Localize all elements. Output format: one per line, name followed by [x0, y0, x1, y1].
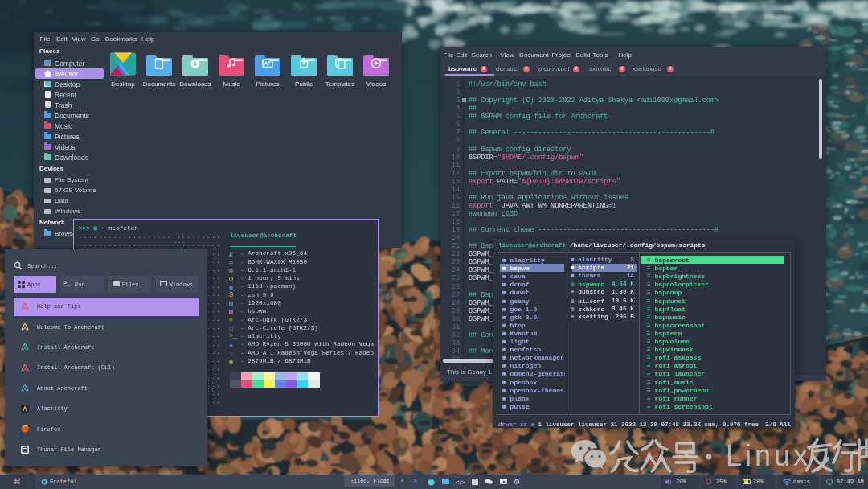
svg-text:Linux: Linux: [726, 439, 811, 472]
